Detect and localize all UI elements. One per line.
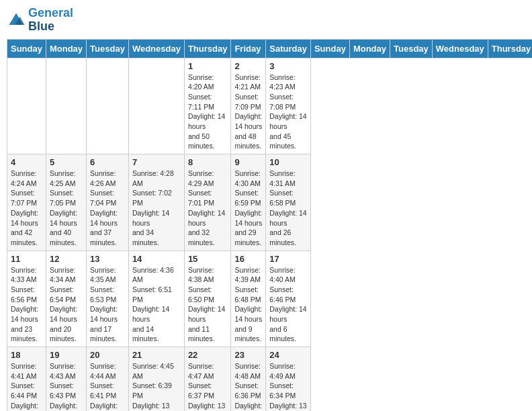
day-info: Sunrise: 4:33 AM Sunset: 6:56 PM Dayligh… xyxy=(11,265,42,345)
day-info: Sunrise: 4:29 AM Sunset: 7:01 PM Dayligh… xyxy=(188,169,228,248)
calendar-cell: 1Sunrise: 4:20 AM Sunset: 7:11 PM Daylig… xyxy=(184,58,231,154)
calendar-table: SundayMondayTuesdayWednesdayThursdayFrid… xyxy=(7,39,532,411)
day-number: 15 xyxy=(188,254,228,264)
calendar-cell: 7Sunrise: 4:28 AM Sunset: 7:02 PM Daylig… xyxy=(128,154,184,251)
calendar-cell: 11Sunrise: 4:33 AM Sunset: 6:56 PM Dayli… xyxy=(7,250,46,347)
day-number: 11 xyxy=(11,254,42,264)
day-info: Sunrise: 4:39 AM Sunset: 6:48 PM Dayligh… xyxy=(234,265,262,345)
header-wednesday: Wednesday xyxy=(432,39,488,58)
day-info: Sunrise: 4:23 AM Sunset: 7:08 PM Dayligh… xyxy=(269,73,307,152)
calendar-cell: 24Sunrise: 4:49 AM Sunset: 6:34 PM Dayli… xyxy=(266,347,311,411)
day-number: 6 xyxy=(90,157,125,167)
calendar-cell: 3Sunrise: 4:23 AM Sunset: 7:08 PM Daylig… xyxy=(266,58,311,154)
calendar-cell xyxy=(46,58,86,154)
calendar-week-row: 1Sunrise: 4:20 AM Sunset: 7:11 PM Daylig… xyxy=(7,58,533,154)
day-info: Sunrise: 4:48 AM Sunset: 6:36 PM Dayligh… xyxy=(234,361,262,411)
day-number: 1 xyxy=(188,61,228,71)
day-number: 23 xyxy=(234,350,262,360)
day-info: Sunrise: 4:38 AM Sunset: 6:50 PM Dayligh… xyxy=(188,265,228,345)
calendar-cell xyxy=(87,58,129,154)
calendar-cell: 9Sunrise: 4:30 AM Sunset: 6:59 PM Daylig… xyxy=(231,154,266,251)
day-info: Sunrise: 4:20 AM Sunset: 7:11 PM Dayligh… xyxy=(188,73,228,152)
day-info: Sunrise: 4:36 AM Sunset: 6:51 PM Dayligh… xyxy=(132,265,181,345)
header-monday: Monday xyxy=(46,39,86,58)
day-info: Sunrise: 4:26 AM Sunset: 7:04 PM Dayligh… xyxy=(90,169,125,248)
day-info: Sunrise: 4:24 AM Sunset: 7:07 PM Dayligh… xyxy=(11,169,42,248)
day-number: 8 xyxy=(188,157,228,167)
day-number: 2 xyxy=(234,61,262,71)
day-info: Sunrise: 4:44 AM Sunset: 6:41 PM Dayligh… xyxy=(90,361,125,411)
calendar-header-row: SundayMondayTuesdayWednesdayThursdayFrid… xyxy=(7,39,533,58)
header-tuesday: Tuesday xyxy=(390,39,433,58)
day-info: Sunrise: 4:49 AM Sunset: 6:34 PM Dayligh… xyxy=(269,361,307,411)
header-sunday: Sunday xyxy=(310,39,349,58)
day-number: 21 xyxy=(132,350,181,360)
day-info: Sunrise: 4:40 AM Sunset: 6:46 PM Dayligh… xyxy=(269,265,307,345)
calendar-cell: 2Sunrise: 4:21 AM Sunset: 7:09 PM Daylig… xyxy=(231,58,266,154)
page-header: General Blue xyxy=(7,7,525,34)
calendar-cell: 17Sunrise: 4:40 AM Sunset: 6:46 PM Dayli… xyxy=(266,250,311,347)
day-number: 17 xyxy=(269,254,307,264)
calendar-cell: 14Sunrise: 4:36 AM Sunset: 6:51 PM Dayli… xyxy=(128,250,184,347)
calendar-cell: 4Sunrise: 4:24 AM Sunset: 7:07 PM Daylig… xyxy=(7,154,46,251)
calendar-cell: 13Sunrise: 4:35 AM Sunset: 6:53 PM Dayli… xyxy=(87,250,129,347)
header-thursday: Thursday xyxy=(488,39,532,58)
header-tuesday: Tuesday xyxy=(87,39,129,58)
day-number: 7 xyxy=(132,157,181,167)
header-saturday: Saturday xyxy=(266,39,311,58)
calendar-cell: 5Sunrise: 4:25 AM Sunset: 7:05 PM Daylig… xyxy=(46,154,86,251)
day-number: 18 xyxy=(11,350,42,360)
calendar-cell: 18Sunrise: 4:41 AM Sunset: 6:44 PM Dayli… xyxy=(7,347,46,411)
day-number: 5 xyxy=(50,157,83,167)
day-info: Sunrise: 4:43 AM Sunset: 6:43 PM Dayligh… xyxy=(50,361,83,411)
day-number: 20 xyxy=(90,350,125,360)
calendar-cell: 21Sunrise: 4:45 AM Sunset: 6:39 PM Dayli… xyxy=(128,347,184,411)
header-wednesday: Wednesday xyxy=(128,39,184,58)
header-thursday: Thursday xyxy=(184,39,231,58)
calendar-cell: 12Sunrise: 4:34 AM Sunset: 6:54 PM Dayli… xyxy=(46,250,86,347)
day-number: 14 xyxy=(132,254,181,264)
header-monday: Monday xyxy=(349,39,390,58)
calendar-cell: 15Sunrise: 4:38 AM Sunset: 6:50 PM Dayli… xyxy=(184,250,231,347)
day-number: 12 xyxy=(50,254,83,264)
logo-icon xyxy=(7,11,26,30)
day-number: 16 xyxy=(234,254,262,264)
calendar-cell: 8Sunrise: 4:29 AM Sunset: 7:01 PM Daylig… xyxy=(184,154,231,251)
calendar-cell: 20Sunrise: 4:44 AM Sunset: 6:41 PM Dayli… xyxy=(87,347,129,411)
day-number: 22 xyxy=(188,350,228,360)
header-friday: Friday xyxy=(231,39,266,58)
calendar-week-row: 18Sunrise: 4:41 AM Sunset: 6:44 PM Dayli… xyxy=(7,347,533,411)
day-number: 3 xyxy=(269,61,307,71)
calendar-cell: 16Sunrise: 4:39 AM Sunset: 6:48 PM Dayli… xyxy=(231,250,266,347)
day-info: Sunrise: 4:45 AM Sunset: 6:39 PM Dayligh… xyxy=(132,361,181,411)
day-info: Sunrise: 4:35 AM Sunset: 6:53 PM Dayligh… xyxy=(90,265,125,345)
day-number: 24 xyxy=(269,350,307,360)
calendar-week-row: 11Sunrise: 4:33 AM Sunset: 6:56 PM Dayli… xyxy=(7,250,533,347)
calendar-cell xyxy=(7,58,46,154)
day-number: 10 xyxy=(269,157,307,167)
day-info: Sunrise: 4:28 AM Sunset: 7:02 PM Dayligh… xyxy=(132,169,181,248)
day-number: 13 xyxy=(90,254,125,264)
calendar-cell: 22Sunrise: 4:47 AM Sunset: 6:37 PM Dayli… xyxy=(184,347,231,411)
day-number: 4 xyxy=(11,157,42,167)
calendar-cell: 19Sunrise: 4:43 AM Sunset: 6:43 PM Dayli… xyxy=(46,347,86,411)
day-info: Sunrise: 4:47 AM Sunset: 6:37 PM Dayligh… xyxy=(188,361,228,411)
logo: General Blue xyxy=(7,7,73,34)
calendar-cell: 6Sunrise: 4:26 AM Sunset: 7:04 PM Daylig… xyxy=(87,154,129,251)
header-sunday: Sunday xyxy=(7,39,46,58)
day-info: Sunrise: 4:41 AM Sunset: 6:44 PM Dayligh… xyxy=(11,361,42,411)
day-info: Sunrise: 4:30 AM Sunset: 6:59 PM Dayligh… xyxy=(234,169,262,248)
calendar-cell xyxy=(128,58,184,154)
day-info: Sunrise: 4:21 AM Sunset: 7:09 PM Dayligh… xyxy=(234,73,262,152)
day-info: Sunrise: 4:25 AM Sunset: 7:05 PM Dayligh… xyxy=(50,169,83,248)
logo-text: General Blue xyxy=(28,7,73,34)
calendar-week-row: 4Sunrise: 4:24 AM Sunset: 7:07 PM Daylig… xyxy=(7,154,533,251)
calendar-cell: 23Sunrise: 4:48 AM Sunset: 6:36 PM Dayli… xyxy=(231,347,266,411)
day-number: 19 xyxy=(50,350,83,360)
day-info: Sunrise: 4:31 AM Sunset: 6:58 PM Dayligh… xyxy=(269,169,307,248)
day-info: Sunrise: 4:34 AM Sunset: 6:54 PM Dayligh… xyxy=(50,265,83,345)
day-number: 9 xyxy=(234,157,262,167)
calendar-cell: 10Sunrise: 4:31 AM Sunset: 6:58 PM Dayli… xyxy=(266,154,311,251)
